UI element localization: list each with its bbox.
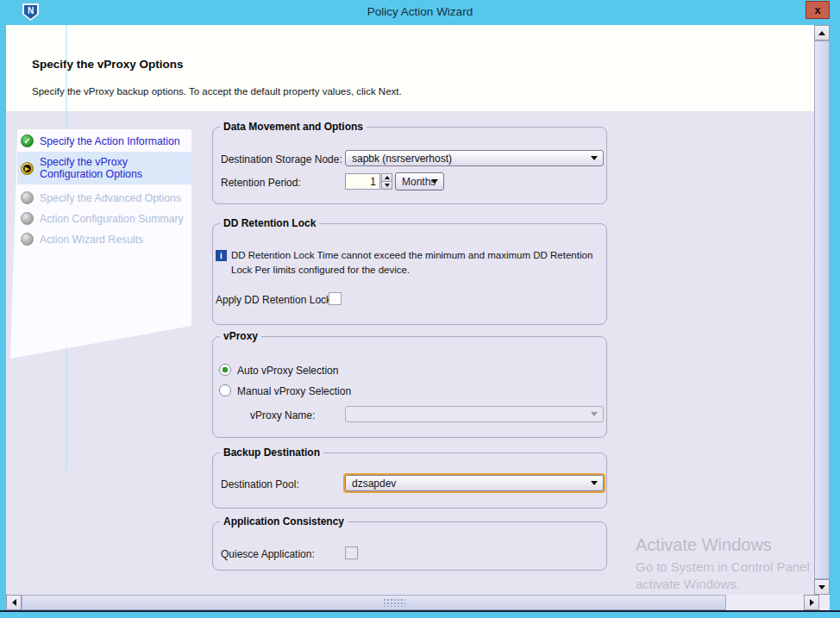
sidebar-step-action-information[interactable]: ✓ Specify the Action Information (17, 130, 191, 152)
vproxy-name-dropdown[interactable] (345, 406, 604, 422)
window-border-left (0, 25, 6, 612)
arrow-down-icon (818, 585, 825, 590)
scroll-down-button[interactable] (814, 579, 830, 595)
spinner-up-button[interactable] (381, 173, 392, 182)
retention-period-label: Retention Period: (221, 177, 301, 189)
window-title: Policy Action Wizard (0, 5, 840, 18)
group-title: Application Consistency (220, 515, 348, 527)
retention-period-input[interactable] (345, 173, 380, 190)
scrollbar-grip-icon (383, 598, 405, 607)
arrow-down-icon (385, 184, 390, 187)
close-button[interactable]: x (806, 1, 830, 19)
window-border-bottom (0, 612, 840, 618)
quiesce-application-label: Quiesce Application: (221, 548, 315, 560)
destination-pool-focus-ring: dzsapdev (343, 473, 605, 493)
step-pending-icon (21, 233, 34, 246)
activate-windows-watermark-line3: activate Windows. (636, 577, 740, 591)
step-completed-icon: ✓ (21, 134, 34, 147)
group-title: Backup Destination (220, 446, 323, 459)
apply-dd-retention-lock-checkbox[interactable] (329, 292, 342, 305)
retention-period-stepper[interactable] (381, 173, 392, 190)
arrow-up-icon (385, 176, 390, 179)
policy-action-wizard-window: N Policy Action Wizard x Specify the vPr… (0, 0, 840, 618)
activate-windows-watermark-line2: Go to System in Control Panel to (636, 559, 824, 574)
scrollbar-corner (819, 595, 830, 610)
activate-windows-watermark: Activate Windows (636, 535, 772, 555)
titlebar[interactable]: N Policy Action Wizard x (0, 0, 840, 25)
sidebar-step-vproxy-configuration[interactable]: ▶ Specify the vProxy Configuration Optio… (17, 152, 191, 184)
spinner-down-button[interactable] (381, 182, 392, 190)
destination-pool-dropdown[interactable]: dzsapdev (345, 475, 604, 491)
wizard-header: Specify the vProxy Options Specify the v… (6, 25, 814, 111)
sidebar-step-advanced-options[interactable]: Specify the Advanced Options (17, 187, 191, 209)
group-title: DD Retention Lock (220, 217, 319, 229)
group-application-consistency: Application Consistency (212, 521, 607, 571)
vproxy-name-label: vProxy Name: (250, 409, 315, 421)
dd-retention-info-text: DD Retention Lock Time cannot exceed the… (231, 248, 608, 278)
step-pending-icon (21, 191, 34, 204)
destination-pool-label: Destination Pool: (221, 478, 299, 490)
info-icon: i (216, 250, 227, 261)
auto-vproxy-radio[interactable] (219, 364, 231, 376)
page-title: Specify the vProxy Options (32, 58, 184, 71)
scroll-left-button[interactable] (6, 595, 22, 610)
page-subtitle: Specify the vProxy backup options. To ac… (32, 86, 402, 97)
arrow-up-icon (818, 31, 825, 35)
destination-storage-node-dropdown[interactable]: sapbk (nsrserverhost) (345, 150, 604, 166)
step-current-icon: ▶ (21, 162, 34, 175)
step-pending-icon (21, 212, 34, 225)
destination-storage-node-label: Destination Storage Node: (221, 153, 342, 165)
scroll-up-button[interactable] (814, 25, 830, 41)
chevron-down-icon (431, 179, 438, 184)
manual-vproxy-label: Manual vProxy Selection (237, 385, 351, 397)
chevron-down-icon (591, 481, 598, 485)
quiesce-application-checkbox[interactable] (345, 546, 358, 559)
window-border-right (830, 25, 840, 612)
apply-dd-retention-lock-label: Apply DD Retention Lock: (216, 294, 334, 306)
vertical-scrollbar-thumb[interactable] (814, 41, 830, 579)
close-icon: x (814, 3, 820, 16)
arrow-right-icon (810, 599, 814, 606)
group-title: vProxy (220, 330, 261, 342)
manual-vproxy-radio[interactable] (219, 384, 231, 396)
chevron-down-icon (591, 156, 598, 160)
group-title: Data Movement and Options (220, 121, 367, 133)
scroll-right-button[interactable] (804, 595, 819, 610)
sidebar-step-wizard-results[interactable]: Action Wizard Results (17, 228, 191, 250)
radio-selected-dot (223, 367, 228, 372)
arrow-left-icon (12, 599, 16, 606)
auto-vproxy-label: Auto vProxy Selection (237, 365, 338, 377)
horizontal-scrollbar-thumb[interactable] (22, 595, 726, 610)
sidebar-step-configuration-summary[interactable]: Action Configuration Summary (17, 208, 191, 229)
chevron-down-icon (591, 412, 598, 416)
retention-unit-dropdown[interactable]: Months (395, 172, 444, 190)
